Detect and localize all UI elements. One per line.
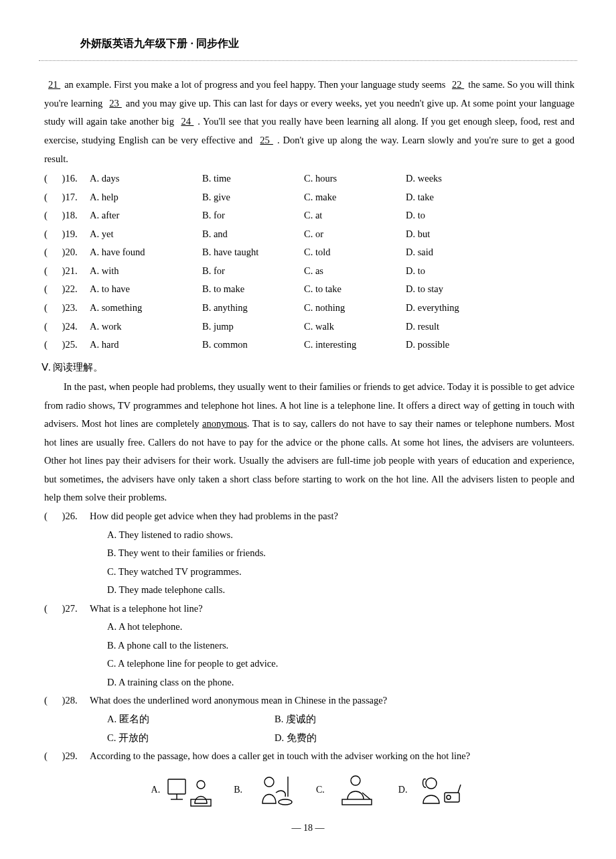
- option-b[interactable]: B. common: [202, 336, 304, 354]
- option-d[interactable]: D. weeks: [406, 170, 574, 188]
- option-d[interactable]: D. to: [406, 206, 574, 225]
- q29-choice-d[interactable]: D.: [398, 773, 465, 809]
- answer-paren[interactable]: ( )19.: [44, 225, 90, 244]
- option-row: ( )24.A. workB. jumpC. walkD. result: [44, 318, 574, 336]
- answer-paren[interactable]: ( )20.: [44, 243, 90, 262]
- question-choice[interactable]: D. A training class on the phone.: [44, 673, 574, 692]
- answer-paren[interactable]: ( )23.: [44, 299, 90, 318]
- question-choice-row: A. 匿名的B. 虔诚的: [44, 710, 574, 729]
- option-a[interactable]: A. help: [90, 188, 202, 207]
- option-row: ( )20.A. have foundB. have taughtC. told…: [44, 243, 574, 262]
- question-choice[interactable]: B. 虔诚的: [275, 710, 316, 729]
- option-a[interactable]: A. with: [90, 262, 202, 281]
- answer-paren[interactable]: ( )25.: [44, 336, 90, 354]
- question-choice[interactable]: B. A phone call to the listeners.: [44, 637, 574, 655]
- question-choice[interactable]: A. They listened to radio shows.: [44, 526, 574, 545]
- option-d[interactable]: D. take: [406, 188, 574, 207]
- option-d[interactable]: D. to stay: [406, 280, 574, 299]
- option-b[interactable]: B. give: [202, 188, 304, 207]
- option-d[interactable]: D. but: [406, 225, 574, 244]
- answer-paren[interactable]: ( )16.: [44, 170, 90, 188]
- question-choice[interactable]: D. They made telephone calls.: [44, 581, 574, 600]
- answer-paren[interactable]: ( )26.: [44, 507, 90, 526]
- option-b[interactable]: B. and: [202, 225, 304, 244]
- reading-passage: In the past, when people had problems, t…: [42, 378, 574, 507]
- option-d[interactable]: D. said: [406, 243, 574, 262]
- svg-point-6: [279, 799, 292, 805]
- question-choice[interactable]: D. 免费的: [275, 729, 317, 748]
- phone-call-icon: [246, 773, 300, 809]
- option-c[interactable]: C. told: [304, 243, 406, 262]
- question-text: According to the passage, how does a cal…: [90, 747, 574, 766]
- question-choice[interactable]: A. 匿名的: [107, 710, 275, 729]
- option-a[interactable]: A. days: [90, 170, 202, 188]
- tv-person-icon: [164, 773, 218, 809]
- answer-paren[interactable]: ( )22.: [44, 280, 90, 299]
- question-choice[interactable]: B. They went to their families or friend…: [44, 544, 574, 563]
- option-b[interactable]: B. time: [202, 170, 304, 188]
- question-choice[interactable]: C. 开放的: [107, 729, 275, 748]
- option-c[interactable]: C. hours: [304, 170, 406, 188]
- option-a[interactable]: A. yet: [90, 225, 202, 244]
- option-b[interactable]: B. for: [202, 262, 304, 281]
- question-stem: ( )29.According to the passage, how does…: [44, 747, 574, 766]
- option-d[interactable]: D. to: [406, 262, 574, 281]
- radio-listener-icon: [411, 773, 465, 809]
- option-b[interactable]: B. have taught: [202, 243, 304, 262]
- answer-paren[interactable]: ( )17.: [44, 188, 90, 207]
- passage-text: an example. First you make a lot of prog…: [64, 79, 448, 90]
- answer-paren[interactable]: ( )18.: [44, 206, 90, 225]
- question-choice-row: C. 开放的D. 免费的: [44, 729, 574, 748]
- option-b[interactable]: B. for: [202, 206, 304, 225]
- svg-point-8: [351, 776, 360, 785]
- option-row: ( )16.A. daysB. timeC. hoursD. weeks: [44, 170, 574, 188]
- q29-choice-c[interactable]: C.: [316, 773, 382, 809]
- option-b[interactable]: B. to make: [202, 280, 304, 299]
- option-a[interactable]: A. to have: [90, 280, 202, 299]
- option-d[interactable]: D. everything: [406, 299, 574, 318]
- option-b[interactable]: B. jump: [202, 318, 304, 336]
- svg-point-13: [447, 795, 451, 799]
- option-c[interactable]: C. walk: [304, 318, 406, 336]
- question-choice[interactable]: C. They watched TV programmes.: [44, 563, 574, 582]
- question-text: What does the underlined word anonymous …: [90, 691, 574, 710]
- reading-questions: ( )26.How did people get advice when the…: [42, 507, 574, 766]
- question-stem: ( )28.What does the underlined word anon…: [44, 691, 574, 710]
- option-a[interactable]: A. after: [90, 206, 202, 225]
- answer-paren[interactable]: ( )27.: [44, 600, 90, 618]
- option-c[interactable]: C. as: [304, 262, 406, 281]
- option-a[interactable]: A. work: [90, 318, 202, 336]
- answer-paren[interactable]: ( )21.: [44, 262, 90, 281]
- answer-paren[interactable]: ( )29.: [44, 747, 90, 766]
- svg-rect-4: [191, 799, 211, 806]
- option-row: ( )25.A. hardB. commonC. interestingD. p…: [44, 336, 574, 354]
- option-row: ( )17.A. helpB. giveC. makeD. take: [44, 188, 574, 207]
- option-c[interactable]: C. or: [304, 225, 406, 244]
- option-row: ( )21.A. withB. forC. asD. to: [44, 262, 574, 281]
- svg-rect-0: [168, 779, 185, 794]
- option-b[interactable]: B. anything: [202, 299, 304, 318]
- option-c[interactable]: C. nothing: [304, 299, 406, 318]
- reading-underlined: anonymous: [202, 418, 247, 429]
- option-d[interactable]: D. possible: [406, 336, 574, 354]
- option-c[interactable]: C. interesting: [304, 336, 406, 354]
- svg-point-11: [426, 778, 437, 789]
- option-a[interactable]: A. have found: [90, 243, 202, 262]
- option-a[interactable]: A. hard: [90, 336, 202, 354]
- writing-person-icon: [329, 773, 382, 809]
- option-c[interactable]: C. to take: [304, 280, 406, 299]
- svg-line-14: [458, 785, 461, 793]
- question-choice[interactable]: A. A hot telephone.: [44, 618, 574, 637]
- option-c[interactable]: C. at: [304, 206, 406, 225]
- question-choice[interactable]: C. A telephone line for people to get ad…: [44, 655, 574, 673]
- option-d[interactable]: D. result: [406, 318, 574, 336]
- answer-paren[interactable]: ( )24.: [44, 318, 90, 336]
- svg-rect-9: [342, 799, 372, 805]
- option-a[interactable]: A. something: [90, 299, 202, 318]
- reading-text: . That is to say, callers do not have to…: [44, 418, 574, 503]
- answer-paren[interactable]: ( )28.: [44, 691, 90, 710]
- q29-choice-b[interactable]: B.: [234, 773, 300, 809]
- option-c[interactable]: C. make: [304, 188, 406, 207]
- header-rule: [39, 60, 577, 61]
- q29-choice-a[interactable]: A.: [151, 773, 218, 809]
